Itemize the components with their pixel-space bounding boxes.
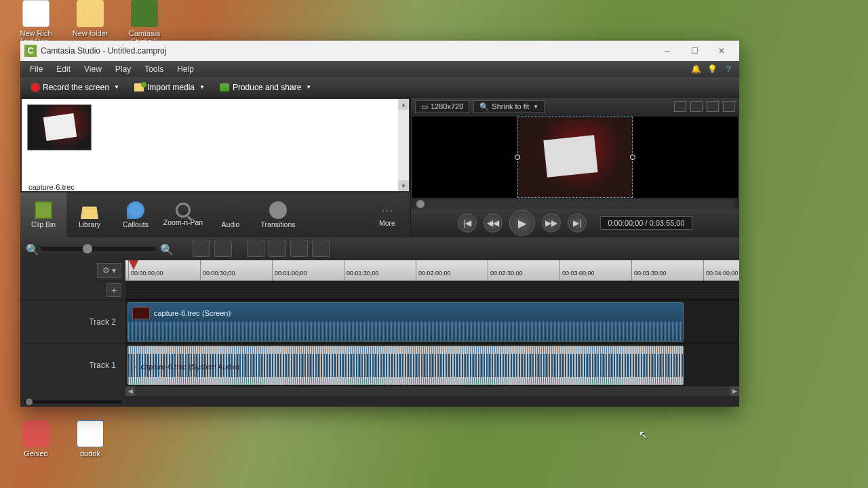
time-display: 0:00:00;00 / 0:03:55;00 — [600, 216, 692, 230]
rotate-handle[interactable] — [568, 153, 582, 161]
video-frame[interactable] — [517, 117, 633, 198]
pan-button[interactable] — [690, 101, 703, 112]
crop-button[interactable] — [674, 101, 686, 112]
waveform — [128, 322, 683, 341]
tab-zoom-pan[interactable]: Zoom-n-Pan — [159, 192, 208, 237]
help-icon[interactable]: ? — [722, 63, 735, 75]
scrollbar[interactable]: ▲ ▼ — [398, 99, 409, 191]
zoom-mode-dropdown[interactable]: 🔍Shrink to fit▼ — [473, 100, 545, 113]
scroll-left-button[interactable]: ◀ — [125, 386, 135, 396]
scroll-right-button[interactable]: ▶ — [730, 386, 739, 396]
canvas-dimensions[interactable]: ▭868x488 — [415, 100, 469, 113]
time-ruler[interactable]: 00:00:00;0000:00:30;0000:01:00;0000:01:3… — [125, 260, 739, 281]
menu-help[interactable]: Help — [170, 62, 201, 76]
menu-play[interactable]: Play — [108, 62, 138, 76]
scrubber-knob[interactable] — [416, 200, 425, 208]
audio-icon: ♪ — [132, 361, 137, 371]
cut-button[interactable] — [247, 241, 264, 257]
clipbin-icon — [35, 201, 52, 219]
zoom-out-icon[interactable]: 🔍 — [26, 243, 37, 254]
forward-button[interactable]: ▶▶ — [542, 214, 561, 232]
scroll-down-button[interactable]: ▼ — [398, 180, 409, 191]
notifications-icon[interactable]: 🔔 — [689, 63, 703, 75]
track-header-1[interactable]: Track 1 — [20, 343, 125, 386]
zoom-slider[interactable] — [41, 247, 156, 251]
rewind-button[interactable]: ◀◀ — [484, 214, 502, 232]
clip-item[interactable]: capture-6.trec — [27, 104, 92, 191]
timeline-settings-button[interactable]: ⚙ ▾ — [97, 263, 121, 278]
app-body: capture-6.trec ▲ ▼ Clip Bin Library Call… — [20, 98, 739, 237]
resize-handle-left[interactable] — [515, 155, 520, 160]
tab-more[interactable]: ⋯More — [364, 192, 410, 237]
track-headers: ⚙ ▾ + Track 2 Track 1 — [20, 260, 125, 407]
desktop-icon-genieo[interactable]: Genieo — [12, 420, 60, 458]
audio-clip[interactable]: ♪capture-6.trec (System Audio) — [127, 346, 684, 385]
ruler-tick: 00:01:30;00 — [344, 260, 379, 281]
record-icon — [31, 83, 39, 92]
tab-library[interactable]: Library — [66, 192, 113, 237]
track-area[interactable]: 00:00:00;0000:00:30;0000:01:00;0000:01:3… — [125, 260, 739, 407]
ruler-tick: 00:03:30;00 — [631, 260, 667, 281]
playback-controls: |◀ ◀◀ ▶ ▶▶ ▶| 0:00:00;00 / 0:03:55;00 — [411, 209, 739, 237]
track-1-lane[interactable]: ♪capture-6.trec (System Audio) — [125, 343, 739, 386]
hint-icon[interactable]: 💡 — [705, 63, 719, 75]
tab-transitions[interactable]: Transitions — [254, 192, 302, 237]
tab-audio[interactable]: Audio — [208, 192, 254, 237]
zoom-value: Shrink to fit — [492, 102, 529, 110]
tab-clip-bin[interactable]: Clip Bin — [20, 192, 66, 237]
minimize-button[interactable]: ─ — [654, 43, 681, 58]
desktop-icon-newfolder[interactable]: New folder — [66, 0, 114, 37]
clip-bin-area[interactable]: capture-6.trec ▲ ▼ — [22, 99, 409, 191]
clip-name: capture-6.trec (Screen) — [154, 309, 231, 317]
split-button[interactable] — [269, 241, 286, 257]
tab-label: Callouts — [123, 220, 149, 228]
title-bar[interactable]: C Camtasia Studio - Untitled.camproj ─ ☐… — [20, 41, 739, 61]
fullscreen-button[interactable] — [707, 101, 719, 112]
zoom-icon — [176, 203, 191, 218]
scroll-up-button[interactable]: ▲ — [398, 99, 409, 110]
action-toolbar: Record the screen ▼ Import media ▼ Produ… — [20, 77, 739, 98]
redo-button[interactable] — [214, 241, 232, 257]
icon-label: dudok — [80, 449, 100, 458]
timeline-hscroll[interactable]: ◀ ▶ — [125, 386, 739, 396]
desktop-icon-rtf[interactable]: New Rich Text Doc.. — [12, 0, 60, 45]
record-screen-button[interactable]: Record the screen ▼ — [26, 81, 125, 94]
paste-button[interactable] — [312, 241, 330, 257]
maximize-button[interactable]: ☐ — [681, 43, 708, 58]
import-media-button[interactable]: Import media ▼ — [129, 81, 210, 94]
tool-tabs: Clip Bin Library Callouts Zoom-n-Pan Aud… — [20, 192, 410, 237]
track-2-lane[interactable]: capture-6.trec (Screen) — [125, 300, 739, 343]
preview-scrubber[interactable] — [415, 199, 735, 209]
ruler-tick: 00:02:00;00 — [416, 260, 451, 281]
undo-button[interactable] — [193, 241, 210, 257]
menu-view[interactable]: View — [77, 62, 108, 76]
play-button[interactable]: ▶ — [509, 210, 535, 236]
resize-handle-right[interactable] — [630, 155, 635, 160]
preview-canvas[interactable] — [412, 117, 738, 198]
detach-button[interactable] — [723, 101, 735, 112]
transitions-icon — [269, 201, 287, 219]
folder-icon — [77, 0, 104, 27]
tab-label: Zoom-n-Pan — [163, 219, 203, 227]
track-header-2[interactable]: Track 2 — [20, 300, 125, 343]
prev-frame-button[interactable]: |◀ — [458, 214, 477, 232]
produce-share-button[interactable]: Produce and share ▼ — [214, 81, 317, 94]
zoom-in-icon[interactable]: 🔍 — [160, 243, 171, 254]
preview-toolbar: ▭868x488 🔍Shrink to fit▼ — [411, 98, 739, 115]
menu-tools[interactable]: Tools — [138, 62, 170, 76]
tab-label: Transitions — [261, 220, 296, 228]
tab-callouts[interactable]: Callouts — [113, 192, 159, 237]
add-track-button[interactable]: + — [106, 283, 121, 297]
menu-file[interactable]: File — [23, 62, 50, 76]
desktop-icon-dudok[interactable]: dudok — [66, 420, 114, 458]
slider-knob[interactable] — [83, 244, 92, 253]
next-frame-button[interactable]: ▶| — [568, 214, 587, 232]
close-button[interactable]: ✕ — [708, 43, 735, 58]
copy-button[interactable] — [290, 241, 308, 257]
video-clip[interactable]: capture-6.trec (Screen) — [127, 302, 684, 342]
audio-icon — [222, 201, 239, 219]
track-height-slider[interactable] — [20, 397, 125, 407]
menu-edit[interactable]: Edit — [50, 62, 77, 76]
desktop-icon-camtasia[interactable]: Camtasia Studio 8 — [121, 0, 168, 45]
tab-label: Audio — [222, 220, 240, 228]
